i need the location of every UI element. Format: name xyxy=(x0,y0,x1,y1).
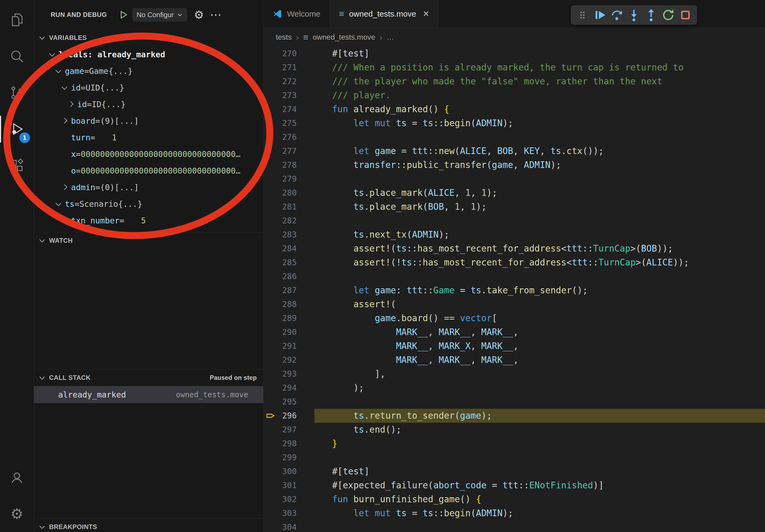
call-stack-header[interactable]: CALL STACK Paused on step xyxy=(34,370,263,386)
line-number[interactable]: 297 xyxy=(275,423,297,437)
gutter[interactable]: 291 xyxy=(264,339,315,353)
variables-header[interactable]: VARIABLES xyxy=(34,30,263,46)
gutter[interactable]: 274 xyxy=(264,102,315,116)
gutter[interactable]: 280 xyxy=(264,186,315,200)
variable-row[interactable]: turn = 1 xyxy=(34,129,263,146)
gutter[interactable]: 282 xyxy=(264,214,315,228)
code-text[interactable]: let game = ttt::new(ALICE, BOB, KEY, ts.… xyxy=(315,144,765,158)
line-number[interactable]: 280 xyxy=(275,186,297,200)
code-text[interactable]: ts.return_to_sender(game); xyxy=(315,409,765,423)
line-number[interactable]: 292 xyxy=(275,353,297,367)
line-number[interactable]: 271 xyxy=(275,61,297,75)
line-number[interactable]: 300 xyxy=(275,464,297,478)
line-number[interactable]: 286 xyxy=(275,269,297,283)
chevron-right-icon[interactable] xyxy=(59,115,71,127)
code-text[interactable]: MARK__, MARK__, MARK__, xyxy=(315,325,765,339)
code-area[interactable]: 270#[test]271/// When a position is alre… xyxy=(264,47,765,532)
breakpoint-margin[interactable] xyxy=(266,395,275,409)
breakpoint-margin[interactable] xyxy=(266,353,275,367)
breakpoint-margin[interactable] xyxy=(266,283,275,297)
code-text[interactable] xyxy=(315,450,765,464)
code-text[interactable] xyxy=(315,214,765,228)
breakpoints-header[interactable]: BREAKPOINTS xyxy=(34,519,263,532)
line-number[interactable]: 294 xyxy=(275,381,297,395)
breakpoint-margin[interactable] xyxy=(266,311,275,325)
line-number[interactable]: 291 xyxy=(275,339,297,353)
breakpoint-margin[interactable] xyxy=(266,102,275,116)
chevron-down-icon[interactable] xyxy=(47,49,59,60)
code-text[interactable] xyxy=(315,520,765,532)
line-number[interactable]: 270 xyxy=(275,47,297,61)
line-number[interactable]: 296 xyxy=(275,409,297,423)
line-number[interactable]: 282 xyxy=(275,214,297,228)
breakpoint-margin[interactable] xyxy=(266,89,275,102)
code-text[interactable]: ); xyxy=(315,381,765,395)
code-text[interactable]: assert!(ts::has_most_recent_for_address<… xyxy=(315,242,765,256)
breakpoint-margin[interactable] xyxy=(266,297,275,311)
breakpoint-margin[interactable] xyxy=(266,200,275,214)
gutter[interactable]: 296 xyxy=(264,409,315,423)
breakpoint-margin[interactable] xyxy=(266,144,275,158)
watch-header[interactable]: WATCH xyxy=(34,232,263,249)
source-control-icon[interactable] xyxy=(0,75,34,111)
code-text[interactable]: ], xyxy=(315,367,765,381)
tab-welcome[interactable]: Welcome xyxy=(264,0,330,28)
line-number[interactable]: 304 xyxy=(275,520,297,532)
breakpoint-margin[interactable] xyxy=(266,228,275,242)
breakpoint-margin[interactable] xyxy=(266,492,275,506)
code-text[interactable]: MARK__, MARK_X, MARK__, xyxy=(315,339,765,353)
line-number[interactable]: 285 xyxy=(275,256,297,269)
code-text[interactable]: #[test] xyxy=(315,47,765,61)
gutter[interactable]: 281 xyxy=(264,200,315,214)
gutter[interactable]: 283 xyxy=(264,228,315,242)
chevron-down-icon[interactable] xyxy=(53,198,65,210)
run-and-debug-icon[interactable]: 1 xyxy=(0,111,34,147)
code-text[interactable] xyxy=(315,172,765,186)
gutter[interactable]: 295 xyxy=(264,395,315,409)
gutter[interactable]: 276 xyxy=(264,130,315,144)
variable-row[interactable]: x = 00000000000000000000000000000000… xyxy=(34,146,263,162)
line-number[interactable]: 284 xyxy=(275,242,297,256)
code-text[interactable]: ts.place_mark(ALICE, 1, 1); xyxy=(315,186,765,200)
breakpoint-margin[interactable] xyxy=(266,61,275,75)
line-number[interactable]: 290 xyxy=(275,325,297,339)
gutter[interactable]: 273 xyxy=(264,89,315,102)
gutter[interactable]: 287 xyxy=(264,283,315,297)
code-text[interactable] xyxy=(315,395,765,409)
gutter[interactable]: 294 xyxy=(264,381,315,395)
breakpoint-margin[interactable] xyxy=(266,478,275,492)
gutter[interactable]: 300 xyxy=(264,464,315,478)
debug-config-dropdown[interactable]: No Configur xyxy=(133,8,187,21)
gutter[interactable]: 301 xyxy=(264,478,315,492)
variable-row[interactable]: game = Game{...} xyxy=(34,63,263,79)
gutter[interactable]: 277 xyxy=(264,144,315,158)
gutter[interactable]: 289 xyxy=(264,311,315,325)
chevron-right-icon[interactable] xyxy=(59,181,71,193)
breakpoint-margin[interactable] xyxy=(266,325,275,339)
step-out-button[interactable] xyxy=(644,8,659,23)
line-number[interactable]: 293 xyxy=(275,367,297,381)
gutter[interactable]: 285 xyxy=(264,256,315,269)
gutter[interactable]: 278 xyxy=(264,158,315,172)
chevron-down-icon[interactable] xyxy=(59,82,71,94)
gutter[interactable]: 293 xyxy=(264,367,315,381)
code-text[interactable]: /// the player who made the "false" move… xyxy=(315,75,765,89)
breakpoint-margin[interactable] xyxy=(266,450,275,464)
breakpoint-margin[interactable] xyxy=(266,116,275,130)
breadcrumb-file[interactable]: owned_tests.move xyxy=(313,33,375,42)
gutter[interactable]: 275 xyxy=(264,116,315,130)
code-text[interactable]: let mut ts = ts::begin(ADMIN); xyxy=(315,506,765,520)
breakpoint-margin[interactable] xyxy=(266,256,275,269)
chevron-right-icon[interactable] xyxy=(65,98,77,110)
breakpoint-margin[interactable] xyxy=(266,214,275,228)
variable-row[interactable]: ts = Scenario{...} xyxy=(34,195,263,212)
line-number[interactable]: 301 xyxy=(275,478,297,492)
line-number[interactable]: 283 xyxy=(275,228,297,242)
breakpoint-margin[interactable] xyxy=(266,520,275,532)
code-text[interactable]: let game: ttt::Game = ts.take_from_sende… xyxy=(315,283,765,297)
code-text[interactable]: ts.place_mark(BOB, 1, 1); xyxy=(315,200,765,214)
debug-current-line-icon[interactable] xyxy=(266,409,275,423)
code-text[interactable]: let mut ts = ts::begin(ADMIN); xyxy=(315,116,765,130)
gutter[interactable]: 271 xyxy=(264,61,315,75)
step-into-button[interactable] xyxy=(626,8,641,23)
